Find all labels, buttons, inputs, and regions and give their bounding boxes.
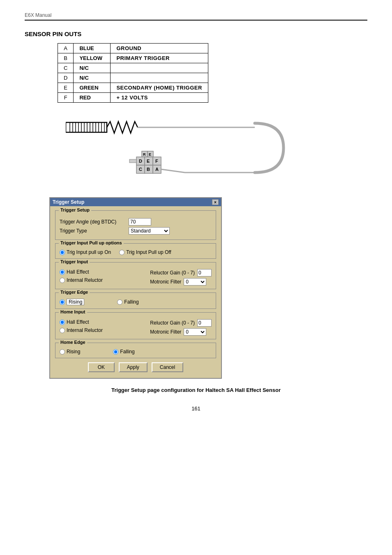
trig-filter-select[interactable]: 0	[184, 278, 206, 286]
figure-caption: Trigger Setup page configuration for Hal…	[25, 387, 367, 393]
dialog-close-button[interactable]: ×	[212, 199, 219, 205]
home-reluctor-radio[interactable]: Internal Reluctor	[60, 327, 146, 333]
dialog-buttons: OK Apply Cancel	[55, 362, 216, 372]
trigger-setup-dialog: Trigger Setup × Trigger Setup Trigger An…	[49, 197, 367, 379]
table-row: FRED+ 12 VOLTS	[58, 93, 208, 103]
trigger-setup-group-title: Trigger Setup	[59, 207, 91, 212]
svg-text:E: E	[147, 159, 150, 164]
type-select[interactable]: Standard	[129, 227, 170, 235]
trig-reluctor-radio[interactable]: Internal Reluctor	[60, 277, 146, 283]
svg-text:C: C	[139, 167, 142, 172]
trigger-setup-group: Trigger Setup Trigger Angle (deg BTDC) T…	[55, 210, 216, 240]
home-filter-select[interactable]: 0	[184, 328, 206, 336]
home-edge-group: Home Edge Rising Falling	[55, 343, 216, 358]
pullup-group: Trigger Input Pull up options Trig Input…	[55, 243, 216, 259]
trig-edge-rising-radio[interactable]: Rising	[60, 299, 84, 305]
trigger-edge-group: Trigger Edge Rising Falling	[55, 292, 216, 309]
pullup-group-title: Trigger Input Pull up options	[59, 240, 124, 245]
svg-text:E: E	[149, 152, 151, 157]
trigger-edge-group-title: Trigger Edge	[59, 290, 90, 295]
svg-rect-0	[66, 122, 107, 132]
home-input-group: Home Input Hall Effect Internal Reluctor	[55, 312, 216, 339]
trig-gain-input[interactable]	[197, 269, 212, 276]
svg-text:D: D	[139, 159, 142, 164]
ok-button[interactable]: OK	[88, 362, 115, 372]
home-edge-group-title: Home Edge	[59, 340, 87, 345]
header-divider	[25, 20, 367, 21]
home-filter-row: Motronic Filter 0	[150, 328, 206, 336]
page-header: E6X Manual	[25, 12, 367, 18]
table-row: DN/C	[58, 73, 208, 83]
pullup-on-radio[interactable]: Trig Input pull up On	[60, 249, 111, 255]
svg-text:F: F	[155, 159, 158, 164]
home-input-group-title: Home Input	[59, 309, 87, 314]
svg-text:B: B	[147, 167, 150, 172]
trigger-input-group-title: Trigger Input	[59, 259, 90, 264]
table-row: BYELLOWPRIMARY TRIGGER	[58, 53, 208, 63]
svg-text:A: A	[155, 167, 159, 172]
dialog-titlebar: Trigger Setup ×	[50, 198, 221, 206]
home-hall-radio[interactable]: Hall Effect	[60, 319, 146, 325]
table-row: CN/C	[58, 63, 208, 73]
table-row: EGREENSECONDARY (HOME) TRIGGER	[58, 83, 208, 93]
home-gain-input[interactable]	[197, 319, 212, 327]
apply-button[interactable]: Apply	[119, 362, 148, 372]
home-edge-falling-radio[interactable]: Falling	[113, 349, 134, 355]
trigger-input-group: Trigger Input Hall Effect Internal Reluc…	[55, 262, 216, 289]
trig-edge-falling-radio[interactable]: Falling	[117, 299, 138, 305]
table-row: ABLUEGROUND	[58, 44, 208, 53]
dialog-title: Trigger Setup	[53, 199, 84, 205]
home-gain-row: Reluctor Gain (0 - 7)	[150, 319, 212, 327]
angle-label: Trigger Angle (deg BTDC)	[60, 219, 125, 225]
trig-hall-radio[interactable]: Hall Effect	[60, 269, 146, 275]
section-title: SENSOR PIN OUTS	[25, 30, 367, 37]
svg-text:R: R	[143, 152, 146, 157]
type-label: Trigger Type	[60, 228, 125, 234]
trig-gain-row: Reluctor Gain (0 - 7)	[150, 269, 212, 276]
trig-filter-row: Motronic Filter 0	[150, 278, 206, 286]
sensor-diagram: R E D E F C B A	[66, 115, 367, 185]
cancel-button[interactable]: Cancel	[152, 362, 183, 372]
angle-input[interactable]	[129, 218, 151, 226]
pin-table: ABLUEGROUNDBYELLOWPRIMARY TRIGGERCN/CDN/…	[58, 43, 208, 103]
pullup-off-radio[interactable]: Trig Input Pull up Off	[119, 249, 171, 255]
svg-line-33	[161, 169, 185, 173]
svg-rect-32	[129, 159, 136, 163]
page-number: 161	[25, 405, 367, 412]
home-edge-rising-radio[interactable]: Rising	[60, 349, 80, 355]
